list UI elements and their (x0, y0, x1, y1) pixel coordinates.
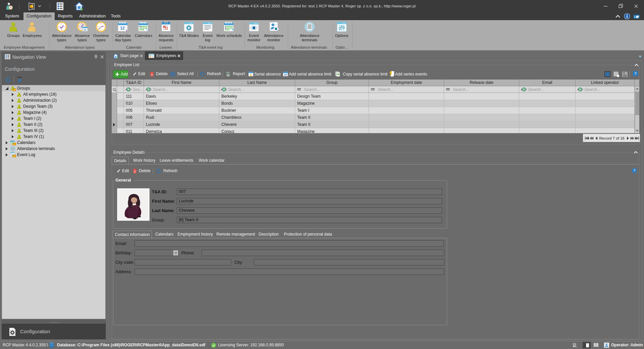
svg-text:12: 12 (84, 28, 87, 31)
svg-text:12: 12 (120, 26, 125, 31)
svg-text:?: ? (633, 169, 635, 172)
svg-text:?: ? (634, 71, 637, 76)
svg-text:26: 26 (284, 73, 287, 76)
